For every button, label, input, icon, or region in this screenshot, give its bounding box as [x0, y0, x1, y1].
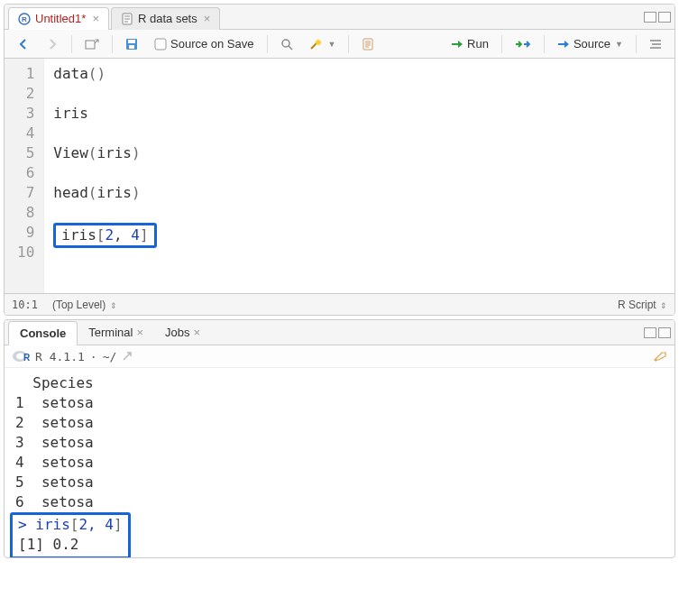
line-number-gutter: 12345678910	[5, 59, 44, 293]
editor-status-bar: 10:1 (Top Level) ⇕ R Script ⇕	[5, 293, 674, 315]
console-info-bar: R R 4.1.1 · ~/	[5, 345, 674, 368]
svg-point-11	[282, 40, 289, 47]
save-button[interactable]	[120, 35, 143, 53]
editor-tab-label: R data sets	[138, 12, 197, 25]
toolbar-separator	[501, 35, 502, 53]
svg-text:R: R	[23, 353, 30, 363]
close-icon[interactable]: ×	[204, 12, 211, 25]
source-label: Source	[573, 37, 610, 51]
svg-rect-8	[128, 40, 135, 43]
editor-tab-label: Untitled1*	[35, 12, 86, 25]
editor-tab-bar: R Untitled1* × R data sets ×	[5, 5, 674, 30]
code-tools-button[interactable]: ▼	[304, 35, 342, 53]
run-button[interactable]: Run	[445, 34, 494, 53]
editor-toolbar: Source on Save ▼ Run Source ▼	[5, 30, 674, 59]
maximize-icon[interactable]	[658, 327, 671, 338]
chevron-down-icon: ▼	[328, 40, 336, 49]
popup-icon[interactable]	[122, 351, 133, 362]
svg-line-12	[289, 46, 292, 50]
toolbar-separator	[71, 35, 72, 53]
code-content[interactable]: data() iris View(iris) head(iris) iris[2…	[44, 59, 674, 293]
r-logo-icon: R	[12, 349, 30, 363]
console-tab-console[interactable]: Console	[8, 321, 78, 345]
console-window-controls	[644, 327, 671, 338]
close-icon[interactable]: ×	[136, 326, 143, 339]
console-tab-bar: Console Terminal× Jobs×	[5, 320, 674, 345]
compile-report-button[interactable]	[356, 35, 380, 53]
toolbar-separator	[348, 35, 349, 53]
source-on-save-label: Source on Save	[170, 37, 254, 51]
toolbar-separator	[636, 35, 637, 53]
rerun-button[interactable]	[509, 36, 537, 52]
source-button[interactable]: Source ▼	[552, 34, 629, 53]
toolbar-separator	[112, 35, 113, 53]
editor-pane: R Untitled1* × R data sets ×	[4, 4, 675, 316]
r-version: R 4.1.1	[35, 350, 85, 363]
editor-window-controls	[644, 12, 671, 23]
svg-text:R: R	[22, 15, 27, 23]
show-in-new-window-button[interactable]	[79, 35, 105, 53]
chevron-down-icon: ▼	[615, 40, 623, 49]
back-button[interactable]	[12, 35, 35, 53]
outline-button[interactable]	[644, 36, 667, 52]
text-file-icon	[121, 13, 133, 25]
source-on-save-toggle[interactable]: Source on Save	[149, 34, 260, 53]
working-directory[interactable]: ~/	[103, 350, 117, 363]
toolbar-separator	[267, 35, 268, 53]
close-icon[interactable]: ×	[193, 326, 200, 339]
forward-button[interactable]	[41, 35, 64, 53]
code-editor[interactable]: 12345678910 data() iris View(iris) head(…	[5, 59, 674, 293]
r-file-icon: R	[18, 13, 31, 25]
close-icon[interactable]: ×	[92, 12, 99, 25]
editor-tab-untitled1[interactable]: R Untitled1* ×	[8, 7, 109, 30]
minimize-icon[interactable]	[644, 12, 656, 23]
console-tab-terminal[interactable]: Terminal×	[78, 321, 154, 344]
svg-rect-9	[129, 45, 134, 49]
checkbox-icon	[154, 38, 167, 51]
language-selector[interactable]: R Script ⇕	[618, 299, 667, 311]
svg-rect-10	[155, 39, 166, 50]
run-label: Run	[467, 37, 489, 51]
find-button[interactable]	[275, 35, 298, 53]
scope-selector[interactable]: (Top Level) ⇕	[52, 299, 117, 311]
editor-tab-r-data-sets[interactable]: R data sets ×	[111, 7, 220, 30]
minimize-icon[interactable]	[644, 327, 656, 338]
console-tab-jobs[interactable]: Jobs×	[154, 321, 211, 344]
cursor-position: 10:1	[12, 299, 38, 311]
toolbar-separator	[544, 35, 545, 53]
clear-console-button[interactable]	[653, 350, 667, 363]
svg-rect-14	[363, 39, 372, 50]
console-output[interactable]: Species 1 setosa 2 setosa 3 setosa 4 set…	[5, 368, 674, 557]
maximize-icon[interactable]	[658, 12, 671, 23]
svg-rect-6	[86, 41, 95, 49]
console-pane: Console Terminal× Jobs× R R 4.1.1 · ~/ S…	[4, 319, 675, 558]
